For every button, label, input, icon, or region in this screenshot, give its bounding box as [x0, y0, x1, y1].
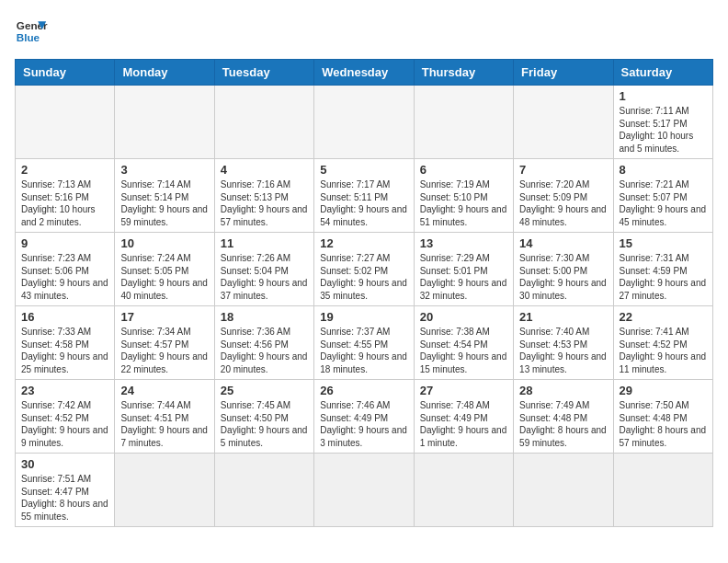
- day-cell: 17Sunrise: 7:34 AM Sunset: 4:57 PM Dayli…: [115, 306, 214, 380]
- day-info: Sunrise: 7:38 AM Sunset: 4:54 PM Dayligh…: [420, 326, 507, 375]
- day-cell: [414, 86, 513, 159]
- day-info: Sunrise: 7:26 AM Sunset: 5:04 PM Dayligh…: [221, 252, 308, 302]
- day-info: Sunrise: 7:23 AM Sunset: 5:06 PM Dayligh…: [21, 252, 108, 302]
- day-header-wednesday: Wednesday: [314, 60, 414, 86]
- day-cell: [314, 86, 414, 159]
- day-number: 24: [120, 384, 208, 397]
- day-number: 10: [120, 236, 208, 250]
- svg-text:Blue: Blue: [17, 31, 40, 43]
- day-cell: 15Sunrise: 7:31 AM Sunset: 4:59 PM Dayli…: [613, 233, 712, 306]
- week-row-2: 2Sunrise: 7:13 AM Sunset: 5:16 PM Daylig…: [16, 159, 713, 233]
- day-number: 5: [320, 163, 407, 177]
- day-cell: 22Sunrise: 7:41 AM Sunset: 4:52 PM Dayli…: [613, 306, 712, 380]
- day-info: Sunrise: 7:45 AM Sunset: 4:50 PM Dayligh…: [221, 399, 308, 449]
- day-number: 14: [519, 236, 607, 250]
- day-cell: [514, 454, 613, 527]
- day-number: 11: [221, 236, 308, 250]
- day-cell: 1Sunrise: 7:11 AM Sunset: 5:17 PM Daylig…: [613, 86, 712, 159]
- day-info: Sunrise: 7:13 AM Sunset: 5:16 PM Dayligh…: [21, 178, 108, 228]
- day-header-saturday: Saturday: [613, 60, 712, 86]
- calendar-table: SundayMondayTuesdayWednesdayThursdayFrid…: [15, 59, 713, 527]
- page-header: General Blue: [15, 15, 713, 48]
- logo: General Blue: [15, 15, 48, 48]
- day-cell: [115, 454, 214, 527]
- day-number: 25: [221, 384, 308, 397]
- day-info: Sunrise: 7:29 AM Sunset: 5:01 PM Dayligh…: [420, 252, 507, 302]
- day-cell: 5Sunrise: 7:17 AM Sunset: 5:11 PM Daylig…: [314, 159, 414, 233]
- day-header-sunday: Sunday: [16, 60, 115, 86]
- day-cell: [214, 86, 313, 159]
- day-cell: 27Sunrise: 7:48 AM Sunset: 4:49 PM Dayli…: [414, 380, 513, 454]
- day-cell: [414, 454, 513, 527]
- day-cell: 9Sunrise: 7:23 AM Sunset: 5:06 PM Daylig…: [16, 233, 115, 306]
- day-info: Sunrise: 7:31 AM Sunset: 4:59 PM Dayligh…: [620, 252, 707, 302]
- day-header-friday: Friday: [514, 60, 613, 86]
- day-info: Sunrise: 7:44 AM Sunset: 4:51 PM Dayligh…: [120, 399, 208, 449]
- day-number: 17: [120, 310, 208, 324]
- day-number: 8: [620, 163, 707, 177]
- day-info: Sunrise: 7:34 AM Sunset: 4:57 PM Dayligh…: [120, 326, 208, 375]
- day-number: 4: [221, 163, 308, 177]
- day-info: Sunrise: 7:14 AM Sunset: 5:14 PM Dayligh…: [120, 178, 208, 228]
- day-cell: 25Sunrise: 7:45 AM Sunset: 4:50 PM Dayli…: [214, 380, 313, 454]
- day-number: 12: [320, 236, 407, 250]
- day-cell: 23Sunrise: 7:42 AM Sunset: 4:52 PM Dayli…: [16, 380, 115, 454]
- day-number: 18: [221, 310, 308, 324]
- day-info: Sunrise: 7:40 AM Sunset: 4:53 PM Dayligh…: [519, 326, 607, 375]
- day-number: 6: [420, 163, 507, 177]
- day-info: Sunrise: 7:16 AM Sunset: 5:13 PM Dayligh…: [221, 178, 308, 228]
- day-info: Sunrise: 7:24 AM Sunset: 5:05 PM Dayligh…: [120, 252, 208, 302]
- day-cell: 18Sunrise: 7:36 AM Sunset: 4:56 PM Dayli…: [214, 306, 313, 380]
- day-number: 26: [320, 384, 407, 397]
- day-info: Sunrise: 7:50 AM Sunset: 4:48 PM Dayligh…: [620, 399, 707, 449]
- day-header-monday: Monday: [115, 60, 214, 86]
- day-cell: 2Sunrise: 7:13 AM Sunset: 5:16 PM Daylig…: [16, 159, 115, 233]
- day-number: 3: [120, 163, 208, 177]
- day-number: 9: [21, 236, 108, 250]
- day-headers-row: SundayMondayTuesdayWednesdayThursdayFrid…: [16, 60, 713, 86]
- day-header-thursday: Thursday: [414, 60, 513, 86]
- day-cell: [115, 86, 214, 159]
- day-cell: 28Sunrise: 7:49 AM Sunset: 4:48 PM Dayli…: [514, 380, 613, 454]
- day-info: Sunrise: 7:30 AM Sunset: 5:00 PM Dayligh…: [519, 252, 607, 302]
- day-info: Sunrise: 7:19 AM Sunset: 5:10 PM Dayligh…: [420, 178, 507, 228]
- day-cell: 29Sunrise: 7:50 AM Sunset: 4:48 PM Dayli…: [613, 380, 712, 454]
- day-info: Sunrise: 7:20 AM Sunset: 5:09 PM Dayligh…: [519, 178, 607, 228]
- day-number: 16: [21, 310, 108, 324]
- day-number: 27: [420, 384, 507, 397]
- day-info: Sunrise: 7:46 AM Sunset: 4:49 PM Dayligh…: [320, 399, 407, 449]
- day-info: Sunrise: 7:36 AM Sunset: 4:56 PM Dayligh…: [221, 326, 308, 375]
- day-cell: 20Sunrise: 7:38 AM Sunset: 4:54 PM Dayli…: [414, 306, 513, 380]
- day-cell: 16Sunrise: 7:33 AM Sunset: 4:58 PM Dayli…: [16, 306, 115, 380]
- day-number: 13: [420, 236, 507, 250]
- day-cell: 3Sunrise: 7:14 AM Sunset: 5:14 PM Daylig…: [115, 159, 214, 233]
- day-cell: 21Sunrise: 7:40 AM Sunset: 4:53 PM Dayli…: [514, 306, 613, 380]
- day-cell: [16, 86, 115, 159]
- week-row-6: 30Sunrise: 7:51 AM Sunset: 4:47 PM Dayli…: [16, 454, 713, 527]
- day-cell: [613, 454, 712, 527]
- day-number: 30: [21, 457, 108, 471]
- day-number: 19: [320, 310, 407, 324]
- day-number: 7: [519, 163, 607, 177]
- day-cell: 13Sunrise: 7:29 AM Sunset: 5:01 PM Dayli…: [414, 233, 513, 306]
- logo-icon: General Blue: [15, 15, 48, 48]
- day-info: Sunrise: 7:21 AM Sunset: 5:07 PM Dayligh…: [620, 178, 707, 228]
- day-info: Sunrise: 7:51 AM Sunset: 4:47 PM Dayligh…: [21, 473, 108, 523]
- day-cell: [214, 454, 313, 527]
- day-cell: 24Sunrise: 7:44 AM Sunset: 4:51 PM Dayli…: [115, 380, 214, 454]
- day-cell: 12Sunrise: 7:27 AM Sunset: 5:02 PM Dayli…: [314, 233, 414, 306]
- day-info: Sunrise: 7:11 AM Sunset: 5:17 PM Dayligh…: [620, 105, 707, 155]
- day-cell: [514, 86, 613, 159]
- day-number: 21: [519, 310, 607, 324]
- day-number: 22: [620, 310, 707, 324]
- day-info: Sunrise: 7:49 AM Sunset: 4:48 PM Dayligh…: [519, 399, 607, 449]
- day-cell: 30Sunrise: 7:51 AM Sunset: 4:47 PM Dayli…: [16, 454, 115, 527]
- day-header-tuesday: Tuesday: [214, 60, 313, 86]
- day-number: 2: [21, 163, 108, 177]
- day-number: 1: [620, 89, 707, 103]
- day-info: Sunrise: 7:33 AM Sunset: 4:58 PM Dayligh…: [21, 326, 108, 375]
- day-cell: 26Sunrise: 7:46 AM Sunset: 4:49 PM Dayli…: [314, 380, 414, 454]
- day-number: 23: [21, 384, 108, 397]
- calendar-header: SundayMondayTuesdayWednesdayThursdayFrid…: [16, 60, 713, 86]
- week-row-4: 16Sunrise: 7:33 AM Sunset: 4:58 PM Dayli…: [16, 306, 713, 380]
